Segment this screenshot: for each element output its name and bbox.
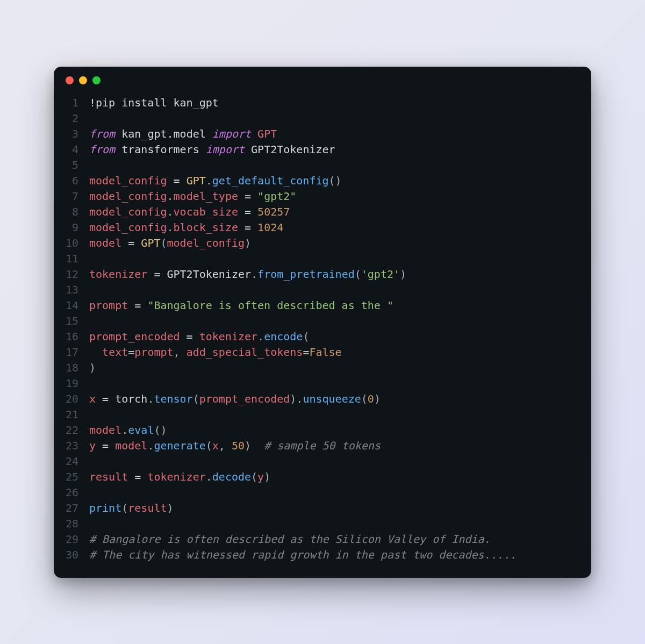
code-token: .	[296, 392, 303, 405]
code-token: get_default_config	[212, 174, 329, 187]
code-token: (	[160, 237, 167, 249]
line-number: 4	[63, 142, 89, 158]
line-content: y = model.generate(x, 50) # sample 50 to…	[89, 438, 582, 454]
code-token: =	[303, 346, 309, 359]
line-content: model_config.block_size = 1024	[89, 220, 582, 235]
code-token: from	[89, 143, 121, 156]
code-line: 25result = tokenizer.decode(y)	[63, 469, 582, 485]
code-line: 7model_config.model_type = "gpt2"	[63, 189, 582, 204]
code-token: tokenizer	[147, 470, 205, 483]
line-number: 22	[63, 423, 89, 438]
code-line: 16prompt_encoded = tokenizer.encode(	[63, 329, 582, 345]
line-content: # The city has witnessed rapid growth in…	[89, 547, 582, 563]
code-token: .	[206, 470, 212, 483]
code-token: result	[89, 470, 128, 483]
code-token: )	[290, 392, 296, 405]
code-token: 0	[368, 392, 374, 405]
code-token	[251, 439, 264, 452]
code-token: .	[167, 190, 174, 203]
code-token: y	[89, 439, 96, 452]
code-token: =	[128, 470, 147, 483]
code-token: =	[238, 221, 257, 234]
code-token: .	[121, 424, 128, 437]
code-token: model	[115, 439, 147, 452]
code-token: x	[89, 392, 96, 405]
line-content: model.eval()	[89, 423, 582, 438]
code-line: 26	[63, 485, 582, 500]
code-area: 1!pip install kan_gpt23from kan_gpt.mode…	[54, 90, 591, 563]
close-icon[interactable]	[66, 76, 74, 84]
minimize-icon[interactable]	[79, 76, 87, 84]
code-token: =	[167, 174, 187, 187]
code-token: GPT2Tokenizer	[167, 268, 252, 281]
code-token: )	[374, 392, 381, 405]
line-number: 27	[63, 500, 89, 516]
code-token: )	[264, 470, 270, 483]
line-content: # Bangalore is often described as the Si…	[89, 532, 582, 547]
line-content: model_config.vocab_size = 50257	[89, 204, 582, 220]
line-number: 24	[63, 454, 89, 469]
line-number: 8	[63, 204, 89, 220]
line-number: 21	[63, 407, 89, 423]
code-line: 20x = torch.tensor(prompt_encoded).unsqu…	[63, 391, 582, 407]
code-token: prompt	[134, 346, 173, 359]
line-number: 29	[63, 532, 89, 547]
code-line: 3from kan_gpt.model import GPT	[63, 126, 582, 142]
code-token: from	[89, 127, 121, 140]
maximize-icon[interactable]	[92, 76, 101, 84]
code-token: .	[206, 174, 212, 187]
code-token: .	[147, 392, 154, 405]
line-number: 30	[63, 547, 89, 563]
code-line: 4from transformers import GPT2Tokenizer	[63, 142, 582, 158]
code-token: prompt_encoded	[199, 392, 290, 405]
code-token: model_config	[89, 190, 167, 203]
line-number: 9	[63, 220, 89, 235]
code-token: )	[400, 268, 406, 281]
line-content	[89, 158, 582, 173]
code-token: torch	[115, 392, 147, 405]
code-token: .	[167, 221, 174, 234]
line-content: from kan_gpt.model import GPT	[89, 126, 582, 142]
code-token: import	[212, 127, 257, 140]
code-token: from_pretrained	[257, 268, 355, 281]
code-token: .	[147, 439, 154, 452]
code-token: 50257	[257, 205, 290, 218]
code-line: 2	[63, 111, 582, 126]
code-token: ,	[174, 346, 187, 359]
code-line: 6model_config = GPT.get_default_config()	[63, 173, 582, 189]
code-line: 22model.eval()	[63, 423, 582, 438]
line-content	[89, 313, 582, 329]
line-number: 25	[63, 469, 89, 485]
code-token: =	[121, 237, 141, 249]
code-line: 13	[63, 282, 582, 298]
code-line: 24	[63, 454, 582, 469]
line-number: 17	[63, 345, 89, 360]
code-token: model	[89, 424, 121, 437]
code-token: )	[89, 361, 96, 374]
line-number: 16	[63, 329, 89, 345]
code-token: )	[245, 439, 251, 452]
line-number: 20	[63, 391, 89, 407]
code-token: kan_gpt.model	[121, 127, 212, 140]
line-content: print(result)	[89, 500, 582, 516]
code-token: model_config	[167, 237, 245, 249]
code-token: encode	[264, 330, 303, 343]
line-content: from transformers import GPT2Tokenizer	[89, 142, 582, 158]
line-content	[89, 376, 582, 391]
line-content	[89, 111, 582, 126]
code-token: model	[89, 237, 121, 249]
code-token: !pip install kan_gpt	[89, 96, 219, 109]
line-content	[89, 485, 582, 500]
line-number: 23	[63, 438, 89, 454]
code-token: ,	[219, 439, 232, 452]
code-token: =	[180, 330, 199, 343]
code-line: 21	[63, 407, 582, 423]
line-content: tokenizer = GPT2Tokenizer.from_pretraine…	[89, 267, 582, 282]
code-token: =	[147, 268, 167, 281]
code-token: tensor	[154, 392, 192, 405]
code-token: model_config	[89, 221, 167, 234]
code-token: (	[206, 439, 212, 452]
code-token: GPT	[187, 174, 206, 187]
code-token: generate	[154, 439, 205, 452]
code-token: )	[167, 502, 174, 514]
